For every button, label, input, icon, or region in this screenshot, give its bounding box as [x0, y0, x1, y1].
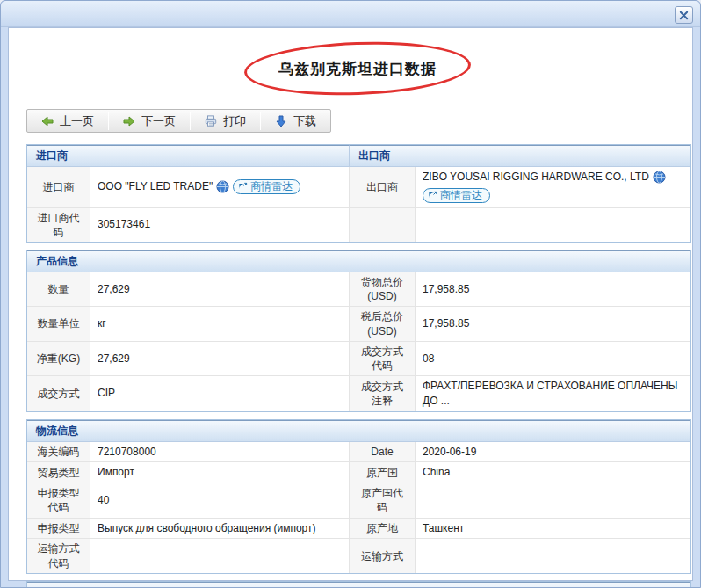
exporter-badge-line: 商情雷达: [423, 188, 683, 205]
satellite-dish-icon: [238, 182, 248, 192]
field-label: 成交方式: [27, 376, 90, 411]
field-value: 17,958.85: [416, 307, 690, 341]
empty-label-cell: [350, 208, 416, 242]
importer-name-value: OOO "FLY LED TRADE" 商情雷达: [90, 167, 350, 208]
importer-code-value: 305173461: [90, 208, 350, 242]
arrow-right-icon: [123, 115, 135, 127]
field-value: Выпуск для свободного обращения (импорт): [90, 519, 350, 540]
next-page-label: 下一页: [141, 113, 176, 129]
prev-page-label: 上一页: [60, 113, 94, 129]
description-table: 描述 产品描述 1. Сталь оцинкованная с полимерн…: [26, 581, 691, 588]
arrow-left-icon: [41, 115, 54, 127]
exporter-name-label: 出口商: [350, 167, 416, 208]
product-info-table: 产品信息 数量 27,629 货物总价 (USD) 17,958.85 数量单位…: [26, 250, 691, 412]
field-value: Импорт: [90, 462, 350, 483]
download-button[interactable]: 下载: [261, 110, 330, 132]
field-label: 数量: [27, 272, 90, 307]
field-value: Ташкент: [416, 519, 690, 540]
exporter-name-value: ZIBO YOUSAI RIGGING HARDWARE CO., LTD: [416, 167, 690, 208]
field-value: 27,629: [90, 272, 350, 307]
dialog-content: 乌兹别克斯坦进口数据 上一页 下一页: [8, 27, 693, 581]
prev-page-button[interactable]: 上一页: [27, 110, 108, 132]
field-value: China: [416, 462, 690, 483]
title-area: 乌兹别克斯坦进口数据: [26, 28, 689, 109]
exporter-radar-badge[interactable]: 商情雷达: [423, 188, 490, 203]
field-label: 成交方式代码: [350, 342, 416, 376]
field-value: 40: [90, 483, 350, 518]
print-button[interactable]: 打印: [191, 110, 260, 132]
empty-value-cell: [416, 208, 690, 242]
dialog-titlebar: [1, 1, 700, 27]
print-label: 打印: [223, 113, 246, 129]
field-value: [416, 539, 690, 572]
field-value: 17,958.85: [416, 272, 690, 307]
field-value: [90, 539, 350, 572]
importer-section-header: 进口商: [27, 145, 350, 167]
field-label: 海关编码: [27, 442, 90, 463]
close-button[interactable]: [675, 6, 693, 24]
satellite-dish-icon: [428, 191, 437, 200]
field-value: кг: [90, 307, 350, 341]
exporter-section-header: 出口商: [350, 145, 690, 167]
field-label: 申报类型代码: [27, 483, 90, 518]
page-title: 乌兹别克斯坦进口数据: [278, 59, 437, 79]
field-value: [416, 483, 690, 518]
product-section-header: 产品信息: [27, 250, 690, 272]
field-value: 2020-06-19: [416, 442, 690, 463]
radar-badge-label: 商情雷达: [250, 179, 293, 194]
field-label: 成交方式注释: [350, 376, 416, 411]
field-value: CIP: [90, 376, 350, 411]
logistics-section-header: 物流信息: [27, 420, 690, 442]
exporter-name: ZIBO YOUSAI RIGGING HARDWARE CO., LTD: [423, 170, 649, 185]
field-value: 08: [416, 342, 690, 376]
field-label: 申报类型: [27, 519, 90, 540]
field-value: ФРАХТ/ПЕРЕВОЗКА И СТРАХОВАНИЕ ОПЛАЧЕНЫ Д…: [416, 376, 690, 411]
field-label: 贸易类型: [27, 462, 90, 483]
next-page-button[interactable]: 下一页: [109, 110, 190, 132]
field-label: Date: [350, 442, 416, 463]
importer-radar-badge[interactable]: 商情雷达: [233, 179, 300, 194]
close-icon: [679, 11, 689, 20]
importer-name-label: 进口商: [27, 167, 90, 208]
field-label: 原产国: [350, 462, 416, 483]
logistics-info-table: 物流信息 海关编码 7210708000 Date 2020-06-19 贸易类…: [26, 419, 691, 574]
field-label: 运输方式: [350, 539, 416, 572]
toolbar: 上一页 下一页 打印: [26, 109, 331, 133]
field-label: 净重(KG): [27, 342, 90, 376]
globe-icon[interactable]: [653, 171, 666, 184]
download-icon: [275, 115, 287, 127]
importer-code-label: 进口商代码: [27, 208, 90, 242]
globe-icon[interactable]: [216, 180, 229, 193]
radar-badge-label: 商情雷达: [440, 188, 482, 203]
printer-icon: [205, 115, 217, 127]
field-label: 原产国代码: [350, 483, 416, 518]
field-value: 7210708000: [90, 442, 350, 463]
party-table: 进口商 出口商 进口商 OOO "FLY LED TRADE": [26, 144, 691, 243]
field-label: 税后总价 (USD): [350, 307, 416, 341]
description-section-header: 描述: [27, 582, 690, 588]
importer-name: OOO "FLY LED TRADE": [98, 179, 213, 194]
dialog-window: 乌兹别克斯坦进口数据 上一页 下一页: [0, 0, 701, 588]
field-label: 运输方式代码: [27, 539, 90, 572]
field-label: 货物总价 (USD): [350, 272, 416, 307]
download-label: 下载: [293, 113, 316, 129]
field-value: 27,629: [90, 342, 350, 376]
field-label: 原产地: [350, 519, 416, 540]
field-label: 数量单位: [27, 307, 90, 341]
